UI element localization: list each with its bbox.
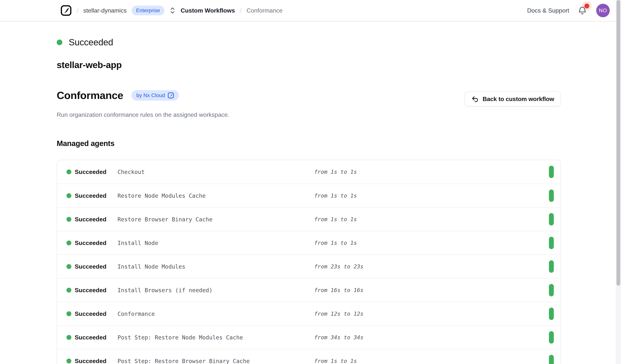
step-name: Post Step: Restore Browser Binary Cache xyxy=(118,358,314,364)
header-actions: Docs & Support NO xyxy=(527,4,610,17)
workspace-title: stellar-web-app xyxy=(57,60,561,70)
agent-step-row[interactable]: Succeeded Restore Browser Binary Cache f… xyxy=(57,207,561,231)
step-success-dot xyxy=(67,240,71,245)
agent-step-row[interactable]: Succeeded Checkout from 1s to 1s xyxy=(57,160,561,184)
step-timing: from 34s to 34s xyxy=(314,334,363,341)
step-timing: from 16s to 16s xyxy=(314,287,363,293)
managed-agents-heading: Managed agents xyxy=(57,139,561,148)
badge-label: by Nx Cloud xyxy=(136,92,165,99)
agent-step-row[interactable]: Succeeded Restore Node Modules Cache fro… xyxy=(57,184,561,207)
breadcrumb: / stellar-dynamics Enterprise Custom Wor… xyxy=(60,5,282,16)
back-arrow-icon xyxy=(471,95,479,103)
breadcrumb-separator: / xyxy=(77,7,78,14)
step-name: Install Browsers (if needed) xyxy=(118,287,314,294)
managed-agents-table: Succeeded Checkout from 1s to 1s Succeed… xyxy=(57,160,561,364)
scrollbar-thumb[interactable] xyxy=(617,0,620,286)
step-duration-bar xyxy=(549,190,554,202)
step-timing: from 1s to 1s xyxy=(314,358,357,364)
step-success-dot xyxy=(67,169,71,174)
step-name: Post Step: Restore Node Modules Cache xyxy=(118,334,314,341)
step-name: Install Node Modules xyxy=(118,263,314,270)
step-timing: from 1s to 1s xyxy=(314,216,357,222)
page-scrollbar[interactable] xyxy=(616,0,621,364)
status-label: Succeeded xyxy=(69,37,113,47)
step-status-label: Succeeded xyxy=(75,263,118,270)
step-duration-bar xyxy=(549,237,554,249)
step-success-dot xyxy=(67,311,71,316)
agent-step-row[interactable]: Succeeded Install Browsers (if needed) f… xyxy=(57,278,561,302)
nx-logo-icon xyxy=(168,92,174,99)
back-to-custom-workflow-button[interactable]: Back to custom workflow xyxy=(465,92,561,107)
workflow-title-group: Conformance by Nx Cloud xyxy=(57,89,179,101)
step-status-label: Succeeded xyxy=(75,192,118,199)
step-name: Install Node xyxy=(118,240,314,246)
status-success-dot xyxy=(57,40,62,45)
back-button-label: Back to custom workflow xyxy=(483,95,554,103)
top-navigation-bar: / stellar-dynamics Enterprise Custom Wor… xyxy=(0,0,621,21)
docs-support-link[interactable]: Docs & Support xyxy=(527,7,569,14)
step-duration-bar xyxy=(549,213,554,225)
step-success-dot xyxy=(67,359,71,364)
breadcrumb-org[interactable]: stellar-dynamics xyxy=(83,7,126,14)
step-name: Checkout xyxy=(118,169,314,175)
step-status-label: Succeeded xyxy=(75,169,118,175)
step-status-label: Succeeded xyxy=(75,310,118,317)
notification-halo xyxy=(582,1,592,11)
agent-step-row[interactable]: Succeeded Post Step: Restore Browser Bin… xyxy=(57,349,561,364)
notification-dot xyxy=(584,3,589,8)
by-nx-cloud-badge[interactable]: by Nx Cloud xyxy=(131,90,179,101)
breadcrumb-separator: / xyxy=(240,7,242,14)
nx-cloud-logo-icon[interactable] xyxy=(60,5,72,16)
step-name: Restore Node Modules Cache xyxy=(118,192,314,199)
notifications-bell-icon[interactable] xyxy=(578,6,587,15)
workflow-section-header: Conformance by Nx Cloud xyxy=(57,89,561,107)
breadcrumb-page: Conformance xyxy=(246,7,282,14)
page: / stellar-dynamics Enterprise Custom Wor… xyxy=(0,0,621,364)
step-success-dot xyxy=(67,193,71,198)
step-duration-bar xyxy=(549,331,554,344)
plan-badge: Enterprise xyxy=(132,6,165,15)
step-duration-bar xyxy=(549,166,554,178)
step-name: Conformance xyxy=(118,311,314,317)
step-timing: from 12s to 12s xyxy=(314,311,363,317)
step-status-label: Succeeded xyxy=(75,216,118,223)
step-status-label: Succeeded xyxy=(75,287,118,294)
step-status-label: Succeeded xyxy=(75,334,118,341)
org-switcher-chevron-icon[interactable] xyxy=(170,7,175,14)
step-duration-bar xyxy=(549,355,554,364)
step-duration-bar xyxy=(549,284,554,296)
step-timing: from 1s to 1s xyxy=(314,169,357,175)
step-timing: from 1s to 1s xyxy=(314,240,357,246)
agent-step-row[interactable]: Succeeded Install Node Modules from 23s … xyxy=(57,254,561,278)
step-success-dot xyxy=(67,288,71,293)
step-status-label: Succeeded xyxy=(75,239,118,246)
step-success-dot xyxy=(67,335,71,340)
run-status: Succeeded xyxy=(57,37,561,47)
agent-step-row[interactable]: Succeeded Install Node from 1s to 1s xyxy=(57,231,561,254)
step-name: Restore Browser Binary Cache xyxy=(118,216,314,223)
user-avatar[interactable]: NO xyxy=(596,4,610,17)
step-timing: from 23s to 23s xyxy=(314,263,363,270)
step-duration-bar xyxy=(549,308,554,320)
workflow-title: Conformance xyxy=(57,89,123,101)
step-duration-bar xyxy=(549,260,554,273)
workflow-description: Run organization conformance rules on th… xyxy=(57,111,561,118)
agent-step-row[interactable]: Succeeded Conformance from 12s to 12s xyxy=(57,302,561,325)
breadcrumb-section[interactable]: Custom Workflows xyxy=(181,7,235,14)
agent-step-row[interactable]: Succeeded Post Step: Restore Node Module… xyxy=(57,325,561,349)
step-success-dot xyxy=(67,217,71,222)
step-timing: from 1s to 1s xyxy=(314,192,357,199)
step-status-label: Succeeded xyxy=(75,358,118,364)
step-success-dot xyxy=(67,264,71,269)
main-content: Succeeded stellar-web-app Conformance by… xyxy=(0,37,621,364)
